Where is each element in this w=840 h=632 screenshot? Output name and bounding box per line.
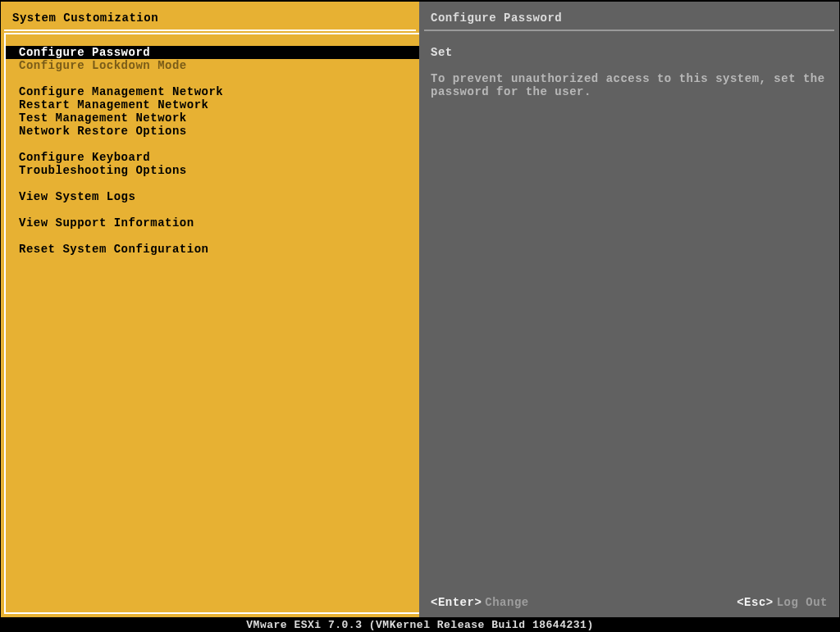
hint-enter[interactable]: <Enter>Change	[431, 596, 529, 609]
menu-group: View System Logs	[6, 190, 419, 203]
hint-enter-action: Change	[485, 596, 528, 609]
menu-group: Reset System Configuration	[6, 243, 419, 256]
menu-item-network-restore-options[interactable]: Network Restore Options	[6, 125, 419, 138]
hint-esc-key: <Esc>	[737, 596, 774, 609]
menu-container: Configure PasswordConfigure Lockdown Mod…	[4, 33, 419, 614]
hint-esc-action: Log Out	[777, 596, 828, 609]
left-panel: System Customization Configure PasswordC…	[1, 2, 419, 617]
right-panel: Configure Password Set To prevent unauth…	[419, 2, 839, 617]
menu-item-restart-management-network[interactable]: Restart Management Network	[6, 98, 419, 111]
hint-esc[interactable]: <Esc>Log Out	[737, 596, 828, 609]
menu-item-troubleshooting-options[interactable]: Troubleshooting Options	[6, 164, 419, 177]
menu-item-configure-lockdown-mode[interactable]: Configure Lockdown Mode	[6, 59, 419, 72]
password-status: Set	[431, 46, 828, 59]
menu-group: Configure PasswordConfigure Lockdown Mod…	[6, 46, 419, 72]
right-panel-title: Configure Password	[419, 2, 839, 30]
dcui-screen: System Customization Configure PasswordC…	[1, 2, 839, 617]
menu-item-test-management-network[interactable]: Test Management Network	[6, 111, 419, 125]
hint-enter-key: <Enter>	[431, 596, 482, 609]
menu-item-view-support-information[interactable]: View Support Information	[6, 216, 419, 230]
password-description: To prevent unauthorized access to this s…	[431, 72, 828, 98]
menu-group: Configure Management NetworkRestart Mana…	[6, 85, 419, 138]
menu-item-configure-keyboard[interactable]: Configure Keyboard	[6, 151, 419, 164]
menu-group: Configure KeyboardTroubleshooting Option…	[6, 151, 419, 177]
hint-bar: <Enter>Change <Esc>Log Out	[431, 596, 828, 609]
left-panel-divider	[4, 30, 416, 31]
detail-body: Set To prevent unauthorized access to th…	[419, 31, 839, 98]
menu-item-configure-password[interactable]: Configure Password	[6, 46, 419, 59]
menu-item-view-system-logs[interactable]: View System Logs	[6, 190, 419, 203]
footer-version: VMware ESXi 7.0.3 (VMKernel Release Buil…	[0, 618, 840, 632]
menu-item-configure-management-network[interactable]: Configure Management Network	[6, 85, 419, 98]
menu-item-reset-system-configuration[interactable]: Reset System Configuration	[6, 243, 419, 256]
menu-group: View Support Information	[6, 216, 419, 230]
left-panel-title: System Customization	[1, 2, 419, 30]
